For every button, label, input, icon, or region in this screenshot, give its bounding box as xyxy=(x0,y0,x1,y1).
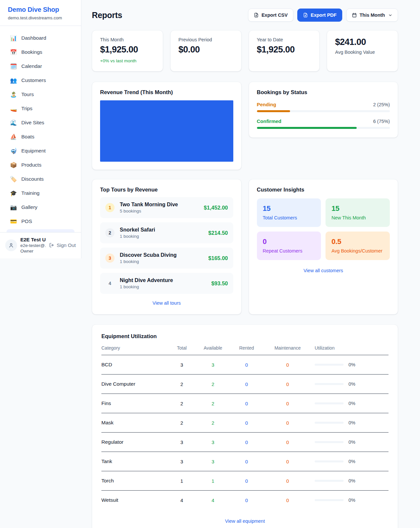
tour-bookings: 1 booking xyxy=(120,259,203,264)
sign-out-label: Sign Out xyxy=(57,242,76,248)
sidebar: Demo Dive Shop demo.test.divestreams.com… xyxy=(0,0,81,258)
sidebar-item-label: Tours xyxy=(21,91,34,97)
camera-icon: 📷 xyxy=(10,205,17,210)
export-csv-button[interactable]: Export CSV xyxy=(248,9,293,22)
graduation-cap-icon: 🎓 xyxy=(10,191,17,196)
progress-fill xyxy=(257,127,357,129)
insight-tile-repeat-customers: 0 Repeat Customers xyxy=(257,232,321,260)
equipment-available: 3 xyxy=(200,459,226,464)
stat-label: This Month xyxy=(100,37,155,42)
equipment-total: 3 xyxy=(164,439,200,445)
export-pdf-button[interactable]: Export PDF xyxy=(297,9,342,22)
user-role: Owner xyxy=(20,249,46,254)
column-header-available: Available xyxy=(200,345,226,351)
stat-card-this-month: This Month $1,925.00 +0% vs last month xyxy=(92,30,163,71)
sidebar-item-bookings[interactable]: 📅 Bookings xyxy=(7,46,74,58)
sidebar-item-dashboard[interactable]: 📊 Dashboard xyxy=(7,32,74,44)
logout-icon xyxy=(49,242,54,248)
sidebar-item-boats[interactable]: ⛵ Boats xyxy=(7,131,74,143)
tour-row: 2 Snorkel Safari 1 booking $214.50 xyxy=(100,222,233,243)
sidebar-item-trips[interactable]: 🚤 Trips xyxy=(7,102,74,115)
column-header-maintenance: Maintenance xyxy=(267,345,308,351)
sign-out-button[interactable]: Sign Out xyxy=(49,242,76,248)
column-header-utilization: Utilization xyxy=(308,345,388,351)
insight-tile-avg-bookings: 0.5 Avg Bookings/Customer xyxy=(326,232,390,260)
table-row: Torch 1 1 0 0 0% xyxy=(101,471,388,491)
utilization-percent: 0% xyxy=(348,401,355,406)
speedboat-icon: 🚤 xyxy=(10,106,17,112)
equipment-available: 4 xyxy=(200,498,226,503)
top-tours-card: Top Tours by Revenue 1 Two Tank Morning … xyxy=(92,179,242,315)
equipment-available: 1 xyxy=(200,478,226,484)
tour-bookings: 1 booking xyxy=(120,284,206,289)
sidebar-item-label: Equipment xyxy=(21,148,46,154)
sidebar-item-calendar[interactable]: 🗓️ Calendar xyxy=(7,60,74,72)
tour-revenue: $165.00 xyxy=(208,255,228,261)
period-label: This Month xyxy=(360,12,385,18)
equipment-table-header: Category Total Available Rented Maintena… xyxy=(101,345,388,355)
tile-label: Avg Bookings/Customer xyxy=(331,248,384,254)
tile-label: Repeat Customers xyxy=(263,248,315,254)
utilization-bar xyxy=(315,480,344,482)
sidebar-item-customers[interactable]: 👥 Customers xyxy=(7,74,74,87)
utilization-percent: 0% xyxy=(348,459,355,464)
stat-label: Previous Period xyxy=(178,37,233,42)
tour-row: 1 Two Tank Morning Dive 5 bookings $1,45… xyxy=(100,197,233,218)
sidebar-item-label: Products xyxy=(21,162,41,168)
sidebar-item-gallery[interactable]: 📷 Gallery xyxy=(7,201,74,213)
equipment-total: 2 xyxy=(164,401,200,406)
sidebar-item-training[interactable]: 🎓 Training xyxy=(7,187,74,199)
equipment-rented: 0 xyxy=(226,381,267,387)
sidebar-item-label: Customers xyxy=(21,77,46,83)
view-all-tours-link[interactable]: View all tours xyxy=(100,300,233,306)
table-row: Wetsuit 4 4 0 0 0% xyxy=(101,491,388,510)
wave-icon: 🌊 xyxy=(10,120,17,126)
customer-insights-title: Customer Insights xyxy=(257,187,390,193)
utilization-percent: 0% xyxy=(348,478,355,483)
period-dropdown[interactable]: This Month xyxy=(346,9,398,22)
spiral-calendar-icon: 🗓️ xyxy=(10,64,17,69)
equipment-category: Regulator xyxy=(101,439,164,445)
sidebar-item-tours[interactable]: 🏝️ Tours xyxy=(7,88,74,101)
sidebar-item-dive-sites[interactable]: 🌊 Dive Sites xyxy=(7,116,74,129)
table-row: Dive Computer 2 2 0 0 0% xyxy=(101,375,388,394)
equipment-rented: 0 xyxy=(226,478,267,484)
tour-revenue: $214.50 xyxy=(208,230,228,236)
sidebar-item-discounts[interactable]: 🏷️ Discounts xyxy=(7,173,74,185)
view-all-customers-link[interactable]: View all customers xyxy=(257,268,390,273)
equipment-total: 4 xyxy=(164,498,200,503)
progress-track xyxy=(257,110,390,112)
column-header-category: Category xyxy=(101,345,164,351)
tour-row: 4 Night Dive Adventure 1 booking $93.50 xyxy=(100,273,233,294)
equipment-category: Wetsuit xyxy=(101,497,164,503)
equipment-maintenance: 0 xyxy=(267,381,308,387)
sidebar-item-label: Bookings xyxy=(21,49,42,55)
equipment-rented: 0 xyxy=(226,401,267,406)
sidebar-item-products[interactable]: 📦 Products xyxy=(7,159,74,171)
equipment-rented: 0 xyxy=(226,498,267,503)
sidebar-item-pos[interactable]: 💳 POS xyxy=(7,215,74,228)
tour-name: Discover Scuba Diving xyxy=(120,252,203,258)
stat-delta: +0% vs last month xyxy=(100,58,155,63)
tour-revenue: $1,452.00 xyxy=(204,205,228,211)
status-count: 2 (25%) xyxy=(373,102,390,107)
equipment-available: 3 xyxy=(200,439,226,445)
export-pdf-label: Export PDF xyxy=(311,12,337,18)
sidebar-item-label: POS xyxy=(21,218,32,224)
people-icon: 👥 xyxy=(10,78,17,83)
sidebar-item-label: Dashboard xyxy=(21,35,46,41)
equipment-available: 2 xyxy=(200,420,226,426)
shop-domain: demo.test.divestreams.com xyxy=(8,15,73,20)
bar-chart-icon: 📊 xyxy=(10,35,17,41)
sidebar-item-equipment[interactable]: 🤿 Equipment xyxy=(7,145,74,157)
tile-label: Total Customers xyxy=(263,215,315,220)
sidebar-item-label: Dive Sites xyxy=(21,120,44,126)
utilization-percent: 0% xyxy=(348,439,355,445)
tag-icon: 🏷️ xyxy=(10,176,17,182)
view-all-equipment-link[interactable]: View all equipment xyxy=(101,518,388,524)
utilization-percent: 0% xyxy=(348,362,355,367)
customer-insights-card: Customer Insights 15 Total Customers 15 … xyxy=(249,179,398,315)
column-header-total: Total xyxy=(164,345,200,351)
sidebar-item-reports-partial[interactable] xyxy=(7,229,74,232)
sidebar-nav: 📊 Dashboard 📅 Bookings 🗓️ Calendar 👥 Cus… xyxy=(0,26,81,232)
